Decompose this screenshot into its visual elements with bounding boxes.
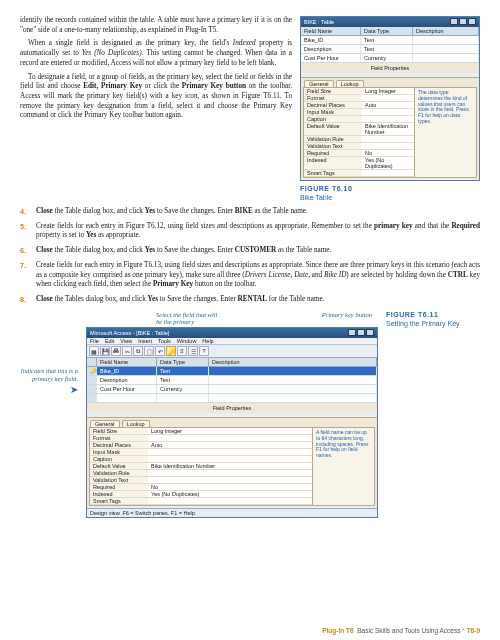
property-tabs[interactable]: General Lookup (87, 418, 377, 427)
table-row[interactable]: DescriptionText (301, 45, 479, 54)
figure-caption: FIGURE T6.10 Bike Table (300, 185, 480, 201)
numbered-steps: 4.Close the Table dialog box, and click … (20, 207, 480, 305)
window-controls[interactable] (449, 18, 476, 26)
help-icon: ? (199, 346, 209, 356)
tab-lookup: Lookup (122, 420, 150, 427)
toolbar[interactable]: ▦ 💾 🖶 ✂ ⧉ 📋 ↶ 🔑 ≡ ☰ ? (87, 345, 377, 358)
property-hint: A field name can be up to 64 characters … (312, 428, 374, 505)
status-bar: Design view. F6 = Switch panes. F1 = Hel… (87, 508, 377, 517)
grid-header: Field Name Data Type Description (301, 27, 479, 36)
maximize-icon (357, 329, 365, 336)
page-footer: Plug-In T6 Basic Skills and Tools Using … (322, 627, 480, 634)
table-row[interactable]: DescriptionText (87, 376, 377, 385)
grid-header: Field Name Data Type Description (87, 358, 377, 367)
property-tabs[interactable]: General Lookup (301, 78, 479, 87)
close-icon (366, 329, 374, 336)
menu-bar[interactable]: FileEditViewInsertToolsWindowHelp (87, 338, 377, 345)
paste-icon: 📋 (144, 346, 154, 356)
title-bar: BIKE : Table (301, 17, 479, 27)
minimize-icon (450, 18, 458, 25)
body-text: identify the records contained within th… (20, 16, 292, 201)
window-controls[interactable] (347, 329, 374, 337)
table-row[interactable] (87, 394, 377, 403)
window-title: Microsoft Access - [BIKE : Table] (90, 330, 169, 336)
field-properties-label: Field Properties (87, 403, 377, 413)
table-row[interactable]: Cost Per HourCurrency (87, 385, 377, 394)
figure-caption: FIGURE T6.11 Setting the Primary Key (386, 311, 480, 518)
minimize-icon (348, 329, 356, 336)
figure-t6-10-window: BIKE : Table Field Name Data Type Descri… (300, 16, 480, 181)
property-hint: The data type determines the kind of val… (414, 88, 476, 177)
table-row[interactable]: Bike_IDText (301, 36, 479, 45)
field-properties-label: Field Properties (301, 63, 479, 73)
indexes-icon: ≡ (177, 346, 187, 356)
primary-key-button[interactable]: 🔑 (166, 346, 176, 356)
arrow-right-icon: ➤ (20, 384, 78, 396)
close-icon (468, 18, 476, 25)
maximize-icon (459, 18, 467, 25)
key-icon: 🔑 (87, 367, 97, 375)
title-bar: Microsoft Access - [BIKE : Table] (87, 328, 377, 338)
window-title: BIKE : Table (304, 19, 334, 25)
table-row[interactable]: 🔑Bike_IDText (87, 367, 377, 376)
print-icon: 🖶 (111, 346, 121, 356)
tab-general: General (90, 420, 120, 427)
tab-general: General (304, 80, 334, 87)
copy-icon: ⧉ (133, 346, 143, 356)
table-row[interactable]: Cost Per HourCurrency (301, 54, 479, 63)
callout-indicates: Indicates that this is a primary key fie… (20, 311, 78, 518)
callouts: Select the field that will be the primar… (86, 311, 378, 325)
undo-icon: ↶ (155, 346, 165, 356)
properties-icon: ☰ (188, 346, 198, 356)
tab-lookup: Lookup (336, 80, 364, 87)
property-sheet[interactable]: Field SizeLong Integer Format Decimal Pl… (304, 88, 414, 177)
view-icon: ▦ (89, 346, 99, 356)
property-sheet[interactable]: Field SizeLong Integer Format Decimal Pl… (90, 428, 312, 505)
cut-icon: ✂ (122, 346, 132, 356)
figure-t6-11-window: Microsoft Access - [BIKE : Table] FileEd… (86, 327, 378, 518)
save-icon: 💾 (100, 346, 110, 356)
